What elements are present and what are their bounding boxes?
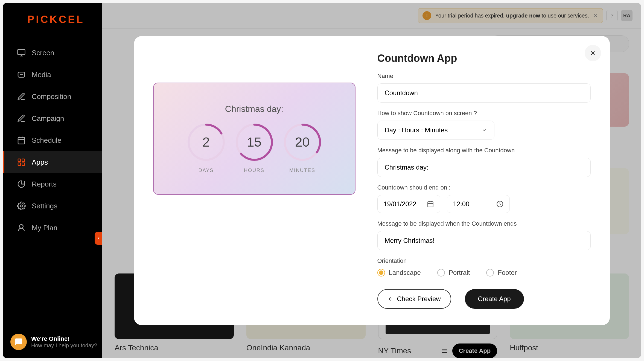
radio-icon [437,269,445,276]
calendar-icon [427,200,434,208]
main-content: ! Your trial period has expired. upgrade… [102,3,641,358]
calendar-icon [17,136,26,145]
days-value: 2 [202,135,210,150]
sidebar-item-media[interactable]: Media [3,64,102,86]
date-input[interactable]: 19/01/2022 [377,195,440,213]
end-label: Countdown should end on : [377,184,591,191]
chat-status: We're Online! [31,335,97,342]
svg-rect-30 [428,202,433,207]
nav-label: Screen [32,49,54,57]
orientation-landscape[interactable]: Landscape [377,269,421,276]
svg-rect-10 [22,159,25,161]
edit-icon [17,92,26,101]
preview-title: Christmas day: [225,104,283,114]
clock-icon [496,200,503,208]
check-preview-button[interactable]: Check Preview [377,289,451,309]
gear-icon [17,202,26,210]
monitor-icon [17,48,26,57]
minutes-unit: 20 MINUTES [282,122,322,173]
minutes-value: 20 [295,135,310,150]
modal-title: Countdown App [377,53,591,64]
end-message-label: Message to be displayed when the Countdo… [377,220,591,227]
chat-subtitle: How may I help you today? [31,342,97,349]
nav-label: Campaign [32,114,64,123]
sidebar-item-apps[interactable]: Apps [3,151,102,173]
preview-panel: Christmas day: 2 DAYS [153,53,355,309]
name-label: Name [377,72,591,80]
radio-icon [486,269,494,276]
form-panel: Countdown App Name How to show Countdown… [377,53,591,309]
sidebar-item-plan[interactable]: My Plan [3,217,102,239]
nav-label: Schedule [32,136,61,145]
radio-icon [377,269,385,276]
orientation-footer[interactable]: Footer [486,269,517,276]
days-label: DAYS [199,168,214,173]
svg-rect-9 [18,159,21,161]
logo: PICKCEL [3,14,102,42]
folder-icon [17,70,26,79]
message-input[interactable] [377,158,591,177]
svg-rect-12 [22,163,25,165]
sidebar-item-schedule[interactable]: Schedule [3,129,102,151]
nav-label: Media [32,71,51,79]
nav-label: Settings [32,202,57,210]
sidebar: PICKCEL Screen Media Composition Campaig… [3,3,102,358]
svg-rect-5 [18,137,25,144]
close-modal-button[interactable] [585,45,601,61]
sidebar-item-screen[interactable]: Screen [3,42,102,64]
chevron-left-icon [97,236,101,241]
megaphone-icon [17,114,26,123]
chevron-down-icon [482,127,487,133]
chat-widget[interactable]: We're Online! How may I help you today? [10,334,97,350]
hours-label: HOURS [244,168,264,173]
countdown-modal: Christmas day: 2 DAYS [134,36,610,325]
brand-logo: PICKCEL [27,14,89,25]
chart-icon [17,180,26,188]
sidebar-item-composition[interactable]: Composition [3,86,102,107]
orientation-portrait[interactable]: Portrait [437,269,470,276]
end-message-input[interactable] [377,231,591,250]
nav-label: Reports [32,180,57,188]
nav-label: My Plan [32,224,57,232]
close-icon [590,50,596,56]
arrow-left-icon [388,296,393,302]
orientation-label: Orientation [377,257,591,264]
svg-rect-0 [18,50,25,55]
format-select[interactable]: Day : Hours : Minutes [377,121,494,140]
minutes-label: MINUTES [289,168,315,173]
hours-unit: 15 HOURS [234,122,274,173]
sidebar-item-reports[interactable]: Reports [3,173,102,195]
nav-label: Composition [32,92,71,101]
name-input[interactable] [377,83,591,103]
collapse-sidebar-button[interactable] [95,232,103,245]
countdown-preview: Christmas day: 2 DAYS [153,83,355,195]
time-input[interactable]: 12:00 [447,195,510,213]
badge-icon [17,223,26,232]
sidebar-item-settings[interactable]: Settings [3,195,102,217]
modal-overlay: Christmas day: 2 DAYS [102,3,641,358]
format-label: How to show Countdown on screen ? [377,110,591,117]
svg-rect-11 [18,163,21,165]
svg-point-14 [19,225,23,228]
nav-label: Apps [32,158,48,167]
days-unit: 2 DAYS [186,122,226,173]
grid-icon [17,158,26,167]
sidebar-item-campaign[interactable]: Campaign [3,107,102,129]
create-app-button[interactable]: Create App [465,289,524,309]
svg-point-13 [20,205,22,207]
hours-value: 15 [247,135,261,150]
message-label: Message to be displayed along with the C… [377,147,591,154]
chat-icon [10,334,27,350]
